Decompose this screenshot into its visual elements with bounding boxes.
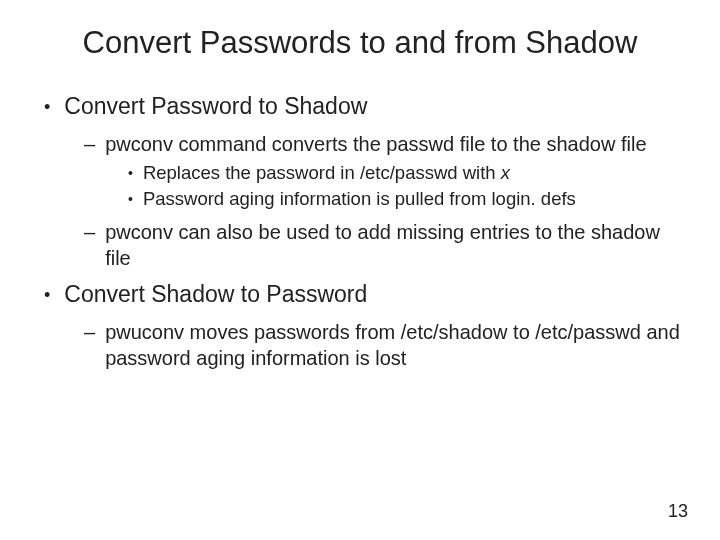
bullet-level1: • Convert Shadow to Password	[44, 281, 684, 309]
bullet-dash-icon: –	[84, 219, 95, 271]
bullet-level2: – pwconv command converts the passwd fil…	[84, 131, 684, 157]
bullet-dash-icon: –	[84, 131, 95, 157]
bullet-level2: – pwconv can also be used to add missing…	[84, 219, 684, 271]
bullet-dash-icon: –	[84, 319, 95, 371]
bullet-dot-icon: •	[44, 93, 50, 121]
slide-title: Convert Passwords to and from Shadow	[36, 24, 684, 63]
page-number: 13	[668, 501, 688, 522]
bullet-dot-icon: •	[128, 187, 133, 211]
bullet-text-part: Replaces the password in /etc/passwd wit…	[143, 162, 501, 183]
bullet-text: pwconv command converts the passwd file …	[105, 131, 646, 157]
bullet-level2: – pwuconv moves passwords from /etc/shad…	[84, 319, 684, 371]
bullet-dot-icon: •	[44, 281, 50, 309]
bullet-level1: • Convert Password to Shadow	[44, 93, 684, 121]
bullet-text: Convert Shadow to Password	[64, 281, 367, 309]
bullet-dot-icon: •	[128, 161, 133, 185]
bullet-level3: • Password aging information is pulled f…	[128, 187, 684, 211]
bullet-text: pwconv can also be used to add missing e…	[105, 219, 684, 271]
italic-text: x	[501, 162, 510, 183]
bullet-text: pwuconv moves passwords from /etc/shadow…	[105, 319, 684, 371]
bullet-text: Password aging information is pulled fro…	[143, 187, 576, 211]
bullet-level3: • Replaces the password in /etc/passwd w…	[128, 161, 684, 185]
bullet-text: Replaces the password in /etc/passwd wit…	[143, 161, 510, 185]
bullet-text: Convert Password to Shadow	[64, 93, 367, 121]
